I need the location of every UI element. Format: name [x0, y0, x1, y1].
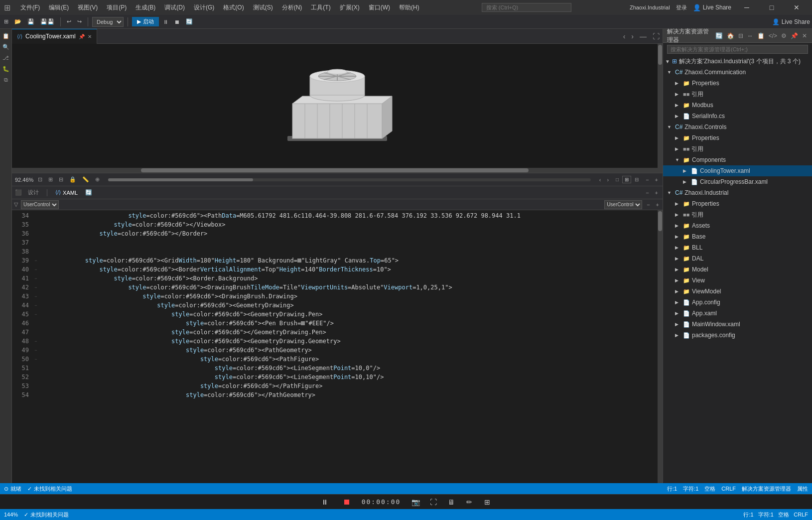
preview-hscroll[interactable]: [12, 168, 658, 173]
zoom-snap-icon[interactable]: ⊟: [57, 176, 65, 183]
camera-icon[interactable]: 📷: [408, 495, 422, 509]
tab-nav-left[interactable]: ‹: [620, 32, 629, 40]
design-tab[interactable]: 设计: [25, 188, 42, 197]
scroll-left-btn[interactable]: ‹: [598, 176, 603, 183]
code-line[interactable]: style=color:#569cd6"><LineSegment Point=…: [42, 373, 658, 382]
fold-button[interactable]: −: [32, 283, 40, 292]
code-line[interactable]: [42, 238, 658, 247]
start-button[interactable]: ▶ 启动: [132, 17, 159, 26]
pause-btn[interactable]: ⏸: [161, 18, 170, 26]
tab-close-btn[interactable]: ✕: [88, 34, 92, 39]
menu-item[interactable]: 帮助(H): [395, 2, 423, 13]
tree-item-zhaoxi-controls[interactable]: ▼ C# Zhaoxi.Controls: [663, 122, 812, 132]
menu-item[interactable]: 扩展(X): [336, 2, 364, 13]
code-line[interactable]: style=color:#569cd6"><Path Data=M605.617…: [42, 211, 658, 220]
zoom-ruler-icon[interactable]: 📏: [81, 176, 91, 183]
hscrollbar[interactable]: [108, 178, 590, 181]
menu-item[interactable]: 文件(F): [16, 2, 44, 13]
minimize-button[interactable]: ─: [735, 0, 758, 15]
tree-item-coolingtower-xaml[interactable]: ▶ 📄 CoolingTower.xaml: [663, 165, 812, 176]
stop-btn[interactable]: ⏹: [172, 18, 182, 26]
code-line[interactable]: style=color:#569cd6"></Viewbox>: [42, 220, 658, 229]
debug-icon[interactable]: 🐛: [1, 64, 11, 74]
code-line[interactable]: style=color:#569cd6"><DrawingBrush.Drawi…: [42, 292, 658, 301]
menu-item[interactable]: 设计(G): [190, 2, 218, 13]
designer-refresh-btn[interactable]: 🔄: [84, 189, 94, 196]
play-pause-btn[interactable]: ⏸: [318, 495, 332, 509]
code-line[interactable]: style=color:#569cd6"><GeometryDrawing.Pe…: [42, 310, 658, 319]
save-all-btn[interactable]: 💾💾: [38, 17, 56, 26]
pen-icon[interactable]: ✏: [462, 495, 476, 509]
tab-collapse-btn[interactable]: —: [637, 32, 650, 40]
preview-vscroll[interactable]: [658, 44, 663, 173]
menu-item[interactable]: 格式(O): [219, 2, 248, 13]
record-stop-btn[interactable]: ⏹: [340, 495, 354, 509]
settings-icon[interactable]: ⚙: [780, 31, 788, 40]
view-mode-1[interactable]: □: [613, 176, 621, 183]
menu-item[interactable]: 分析(N): [278, 2, 306, 13]
code-line[interactable]: style=color:#569cd6"><PathGeometry>: [42, 346, 658, 355]
search-input[interactable]: [482, 3, 571, 12]
collapse-panel-btn[interactable]: −: [644, 176, 650, 183]
code-line[interactable]: [42, 247, 658, 256]
code-line[interactable]: style=color:#569cd6"></Border>: [42, 229, 658, 238]
code-line[interactable]: style=color:#569cd6"><Grid Width=180" He…: [42, 256, 658, 265]
sync-icon[interactable]: 🔄: [714, 31, 724, 40]
restart-btn[interactable]: 🔄: [184, 17, 195, 26]
zoom-nav-icon[interactable]: ⊕: [94, 176, 101, 183]
fold-button[interactable]: −: [32, 337, 40, 346]
code-icon[interactable]: </>: [768, 31, 778, 40]
save-btn[interactable]: 💾: [25, 17, 36, 26]
code-vscroll[interactable]: [658, 210, 663, 505]
panel-pin-btn[interactable]: 📌: [790, 31, 799, 40]
tab-nav-right[interactable]: ›: [628, 32, 637, 40]
solution-search-input[interactable]: [667, 45, 808, 54]
expand-icon[interactable]: ↔: [746, 31, 754, 40]
menu-item[interactable]: 工具(T): [307, 2, 334, 13]
tree-item---[interactable]: ▶ ■■ 引用: [663, 89, 812, 100]
zoom-grid-icon[interactable]: ⊞: [47, 176, 54, 183]
code-line[interactable]: style=color:#569cd6"><GeometryDrawing.Ge…: [42, 337, 658, 346]
tree-item---[interactable]: ▶ ■■ 引用: [663, 209, 812, 220]
tree-item-components[interactable]: ▼ 📁 Components: [663, 154, 812, 165]
zoom-fit-icon[interactable]: ⊡: [36, 176, 44, 183]
tree-item-dal[interactable]: ▶ 📁 DAL: [663, 253, 812, 264]
tree-item-properties[interactable]: ▶ 📁 Properties: [663, 198, 812, 209]
home-icon[interactable]: 🏠: [726, 31, 735, 40]
tree-item-properties[interactable]: ▶ 📁 Properties: [663, 132, 812, 143]
right-class-select[interactable]: UserControl: [604, 200, 642, 209]
code-line[interactable]: style=color:#569cd6"></PathGeometry>: [42, 390, 658, 399]
fullscreen-icon[interactable]: ⛶: [426, 495, 440, 509]
open-btn[interactable]: 📂: [12, 17, 23, 26]
designer-expand-btn[interactable]: −: [644, 189, 650, 196]
no-issues-status[interactable]: ✓ 未找到相关问题: [24, 511, 69, 519]
xaml-tab[interactable]: ⟨/⟩ XAML: [52, 189, 81, 196]
tree-item-app-config[interactable]: ▶ 📄 App.config: [663, 297, 812, 308]
tree-item-bll[interactable]: ▶ 📁 BLL: [663, 242, 812, 253]
tab-coolingtower[interactable]: ⟨/⟩ CoolingTower.xaml 📌 ✕: [12, 29, 97, 44]
tree-item-packages-config[interactable]: ▶ 📄 packages.config: [663, 330, 812, 341]
code-line[interactable]: style=color:#569cd6"></PathFigure>: [42, 382, 658, 390]
code-line[interactable]: style=color:#569cd6"><DrawingBrush TileM…: [42, 283, 658, 292]
menu-item[interactable]: 生成(B): [132, 2, 159, 13]
scroll-right-btn[interactable]: ›: [605, 176, 610, 183]
redo-btn[interactable]: ↪: [75, 17, 84, 26]
tree-item-app-xaml[interactable]: ▶ 📄 App.xaml: [663, 308, 812, 319]
search-icon[interactable]: 🔍: [1, 42, 11, 52]
menu-item[interactable]: 窗口(W): [365, 2, 394, 13]
zoom-lock-icon[interactable]: 🔒: [68, 176, 78, 183]
header-expand-btn[interactable]: +: [655, 202, 661, 208]
code-line[interactable]: style=color:#569cd6"><Border.Background>: [42, 274, 658, 283]
tree-item-base[interactable]: ▶ 📁 Base: [663, 231, 812, 242]
code-line[interactable]: style=color:#569cd6"></GeometryDrawing.P…: [42, 328, 658, 337]
tree-item-zhaoxi-communication[interactable]: ▼ C# Zhaoxi.Communication: [663, 67, 812, 78]
tree-item-serialinfo-cs[interactable]: ▶ 📄 SerialInfo.cs: [663, 111, 812, 122]
tree-item---[interactable]: ▶ ■■ 引用: [663, 143, 812, 154]
code-line[interactable]: style=color:#569cd6"><LineSegment Point=…: [42, 364, 658, 373]
tree-item-viewmodel[interactable]: ▶ 📁 ViewModel: [663, 286, 812, 297]
login-btn[interactable]: 登录: [676, 4, 687, 11]
filter-icon[interactable]: ⊟: [737, 31, 744, 40]
properties-btn[interactable]: 属性: [797, 485, 808, 493]
debug-config-select[interactable]: Debug: [92, 17, 124, 27]
extensions-icon[interactable]: ⧉: [1, 75, 11, 85]
